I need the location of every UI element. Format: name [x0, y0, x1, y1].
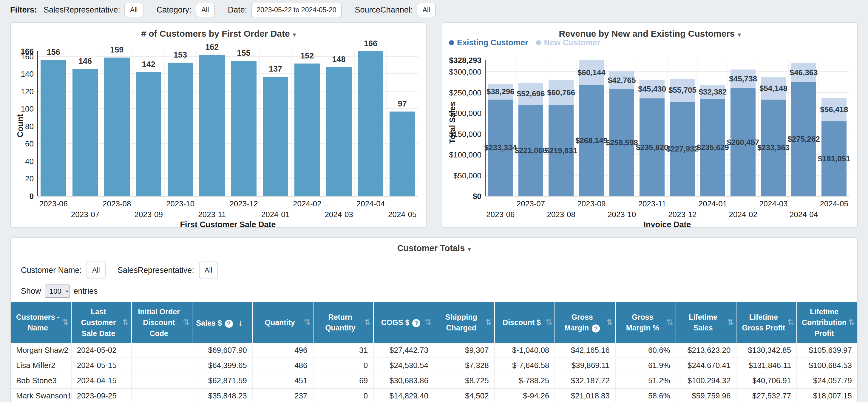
column-header-last-customer-sale-date[interactable]: Last Customer Sale Date⇅ [71, 302, 132, 343]
table-header-row: Customers - Name⇅Last Customer Sale Date… [11, 302, 857, 343]
table-filter-sales-representative-button[interactable]: All [199, 261, 218, 279]
x-tick-label: 2023-06 [486, 210, 515, 219]
existing-customer-segment[interactable]: $233,363 [761, 100, 786, 196]
chevron-down-icon[interactable]: ▾ [468, 245, 471, 253]
existing-customer-segment[interactable]: $275,262 [791, 82, 816, 196]
info-icon[interactable]: ? [412, 319, 420, 327]
x-tick-label: 2023-06 [39, 199, 67, 209]
y-tick-label: 20 [25, 174, 34, 183]
bar-2024-05[interactable] [390, 112, 415, 196]
existing-customer-segment[interactable]: $221,068 [519, 105, 544, 196]
new-customer-segment[interactable]: $42,765 [610, 71, 634, 89]
existing-customer-segment[interactable]: $219,831 [549, 105, 574, 196]
bar-slot-2023-09: $60,144$268,1492023-09 [576, 60, 607, 196]
column-header-initial-order-discount-code[interactable]: Initial Order Discount Code⇅ [131, 302, 192, 343]
existing-customer-segment[interactable]: $233,334 [488, 100, 513, 196]
table-row: Bob Stone32024-04-15$62,871.5945169$30,6… [11, 373, 857, 388]
cell-lifetime-contribution-profit: $100,684.53 [797, 358, 857, 373]
filter-sales-representative-button[interactable]: All [124, 3, 144, 17]
new-customer-segment[interactable]: $60,766 [549, 80, 574, 105]
chevron-down-icon[interactable]: ▾ [738, 31, 741, 38]
legend-item-existing-customer[interactable]: Existing Customer [449, 38, 528, 48]
cell-return-quantity: 31 [313, 343, 374, 358]
new-customer-segment[interactable]: $45,738 [731, 69, 755, 89]
column-header-customers-name[interactable]: Customers - Name⇅ [11, 302, 71, 343]
new-customer-segment[interactable]: $60,144 [579, 60, 604, 85]
column-header-label: Gross Margin % [626, 313, 659, 332]
bar-2023-11[interactable] [199, 55, 225, 196]
existing-customer-segment[interactable]: $235,820 [640, 98, 664, 196]
new-customer-segment[interactable]: $45,430 [640, 80, 664, 98]
x-tick-label: 2023-12 [229, 199, 258, 209]
bar-2023-06[interactable] [40, 60, 66, 196]
chevron-down-icon[interactable]: ▾ [293, 31, 296, 38]
bar-2023-09[interactable] [136, 72, 161, 196]
bar-2023-12[interactable] [231, 61, 256, 196]
column-header-lifetime-contribution-profit[interactable]: Lifetime Contribution Profit⇅ [797, 302, 857, 343]
filter-source-channel-button[interactable]: All [417, 3, 436, 17]
y-tick-label: $250,000 [449, 88, 482, 97]
legend-item-new-customer[interactable]: New Customer [536, 38, 600, 48]
filter-category-button[interactable]: All [196, 3, 215, 17]
y-max-label: 166 [21, 47, 34, 56]
filter-date-button[interactable]: 2023-05-22 to 2024-05-20 [251, 3, 342, 17]
column-header-quantity[interactable]: Quantity⇅ [253, 302, 313, 343]
bar-2024-03[interactable] [326, 67, 352, 196]
column-header-cogs-[interactable]: COGS $?⇅ [373, 302, 434, 343]
segment-value-label: $60,766 [547, 88, 575, 97]
existing-customer-segment[interactable]: $258,598 [610, 89, 634, 196]
new-customer-segment[interactable]: $55,705 [670, 79, 695, 102]
table-filter-customer-name-button[interactable]: All [87, 261, 105, 279]
bar-slot-2023-08: $60,766$219,8312023-08 [546, 60, 576, 196]
cell-sales-: $35,848.23 [192, 388, 253, 402]
cell-last-customer-sale-date: 2024-05-02 [71, 343, 132, 358]
bar-2023-07[interactable] [72, 69, 98, 196]
cell-cogs-: $30,683.86 [373, 373, 434, 388]
column-header-return-quantity[interactable]: Return Quantity⇅ [313, 302, 374, 343]
cell-customers-name: Lisa Miller2 [11, 358, 71, 373]
existing-customer-segment[interactable]: $235,629 [701, 99, 725, 196]
column-header-lifetime-gross-profit[interactable]: Lifetime Gross Profit⇅ [736, 302, 797, 343]
info-icon[interactable]: ? [225, 320, 233, 328]
table-row: Morgan Shaw22024-05-02$69,607.9049631$27… [11, 343, 857, 358]
cell-gross-margin: $42,165.16 [555, 343, 615, 358]
new-customer-segment[interactable]: $38,296 [488, 84, 513, 100]
cell-return-quantity: 0 [313, 388, 374, 402]
new-customer-segment[interactable]: $52,696 [519, 83, 544, 105]
bar-2024-01[interactable] [263, 76, 288, 196]
new-customer-segment[interactable]: $32,382 [701, 85, 725, 99]
bar-2023-10[interactable] [167, 63, 193, 196]
column-header-gross-margin-[interactable]: Gross Margin %⇅ [615, 302, 676, 343]
stacked-bar-2024-04: $46,363$275,262 [791, 63, 816, 196]
bar-slot-2024-03: $54,148$233,3632024-03 [758, 60, 788, 196]
column-header-gross-margin[interactable]: Gross Margin?⇅ [555, 302, 615, 343]
new-customer-segment[interactable]: $54,148 [761, 77, 786, 100]
filter-date-label: Date: [228, 5, 247, 14]
column-header-shipping-charged[interactable]: Shipping Charged⇅ [434, 302, 495, 343]
info-icon[interactable]: ? [592, 324, 600, 333]
cell-cogs-: $24,530.54 [373, 358, 434, 373]
cell-lifetime-gross-profit: $27,532.77 [736, 388, 797, 402]
bar-slot-2023-11: $45,430$235,8202023-11 [637, 60, 667, 196]
bar-value-label: 166 [364, 39, 377, 48]
new-customer-segment[interactable]: $56,418 [822, 98, 846, 121]
page-size-select[interactable]: 100 [45, 284, 70, 298]
filter-source-channel-label: SourceChannel: [355, 5, 413, 14]
bar-2024-04[interactable] [358, 51, 383, 196]
segment-value-label: $227,932 [666, 144, 699, 154]
existing-customer-segment[interactable]: $227,932 [670, 102, 695, 196]
column-header-sales-[interactable]: Sales $?↓ [192, 302, 253, 343]
column-header-discount-[interactable]: Discount $⇅ [495, 302, 555, 343]
new-customer-segment[interactable]: $46,363 [791, 63, 816, 82]
revenue-chart-panel: Revenue by New and Existing Customers▾ E… [442, 22, 858, 228]
existing-customer-segment[interactable]: $260,457 [731, 88, 755, 196]
segment-value-label: $260,457 [727, 138, 759, 147]
bar-2023-08[interactable] [104, 58, 130, 196]
bar-2024-02[interactable] [294, 64, 320, 196]
stacked-bar-2024-01: $32,382$235,629 [701, 85, 725, 196]
column-header-lifetime-sales[interactable]: Lifetime Sales⇅ [676, 302, 737, 343]
x-tick-label: 2024-04 [789, 210, 818, 219]
existing-customer-segment[interactable]: $181,051 [822, 121, 846, 196]
cell-customers-name: Bob Stone3 [11, 373, 71, 388]
existing-customer-segment[interactable]: $268,149 [579, 85, 604, 196]
